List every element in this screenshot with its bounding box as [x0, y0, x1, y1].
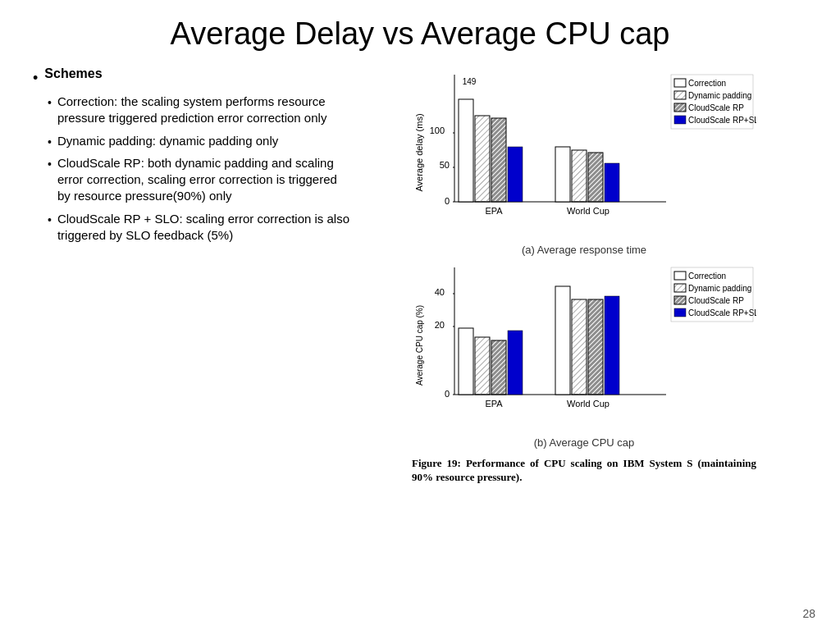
figure-caption: Figure 19: Performance of CPU scaling on… [412, 457, 756, 485]
right-panel: 0 50 100 Average delay (ms) 149 [361, 66, 807, 485]
svg-rect-17 [605, 163, 619, 202]
svg-text:EPA: EPA [485, 399, 503, 409]
svg-text:EPA: EPA [485, 206, 503, 216]
svg-rect-47 [508, 331, 523, 395]
svg-rect-15 [572, 150, 587, 202]
svg-rect-48 [555, 286, 570, 395]
svg-rect-14 [555, 147, 570, 202]
svg-text:World Cup: World Cup [567, 399, 609, 409]
svg-rect-12 [491, 118, 506, 202]
slide-title: Average Delay vs Average CPU cap [33, 16, 807, 52]
svg-text:0: 0 [445, 389, 450, 399]
list-item: • CloudScale RP: both dynamic padding an… [48, 155, 353, 205]
list-item: • Dynamic padding: dynamic padding only [48, 133, 353, 149]
svg-text:CloudScale RP: CloudScale RP [688, 103, 744, 112]
left-panel: • Schemes • Correction: the scaling syst… [33, 66, 353, 249]
svg-rect-22 [674, 91, 686, 99]
bullet-dot-2b: • [48, 135, 52, 148]
schemes-label: Schemes [44, 66, 102, 81]
svg-text:CloudScale RP: CloudScale RP [688, 296, 744, 305]
svg-text:149: 149 [463, 77, 477, 86]
svg-rect-20 [674, 79, 686, 87]
schemes-heading: • Schemes [33, 66, 353, 87]
bullet-cloudscale-rp: CloudScale RP: both dynamic padding and … [57, 155, 353, 205]
list-item: • CloudScale RP + SLO: scaling error cor… [48, 211, 353, 244]
svg-rect-16 [588, 153, 603, 202]
svg-rect-54 [674, 272, 686, 280]
bullet-dot-2a: • [48, 96, 52, 109]
svg-text:Average delay (ms): Average delay (ms) [414, 113, 424, 191]
bullet-dot-2c: • [48, 158, 52, 171]
svg-rect-60 [674, 308, 686, 317]
svg-rect-46 [491, 340, 506, 395]
svg-rect-13 [508, 147, 523, 202]
page-number: 28 [802, 607, 815, 620]
svg-text:50: 50 [440, 160, 450, 170]
svg-rect-24 [674, 103, 686, 112]
bullet-dot-2d: • [48, 213, 52, 226]
svg-rect-49 [572, 299, 587, 395]
svg-rect-45 [475, 337, 490, 395]
svg-text:CloudScale RP+SLO: CloudScale RP+SLO [688, 116, 756, 125]
bullet-dynamic: Dynamic padding: dynamic padding only [57, 133, 278, 149]
chart-a-caption: (a) Average response time [412, 244, 756, 256]
svg-rect-11 [475, 116, 490, 202]
svg-text:0: 0 [445, 196, 450, 206]
sub-bullets-list: • Correction: the scaling system perform… [48, 94, 353, 244]
svg-text:Correction: Correction [688, 79, 726, 88]
bullet-dot: • [33, 70, 38, 87]
svg-text:CloudScale RP+SLO: CloudScale RP+SLO [688, 308, 756, 317]
chart-a-svg: 0 50 100 Average delay (ms) 149 [412, 66, 756, 239]
bullet-correction: Correction: the scaling system performs … [57, 94, 353, 127]
chart-a-container: 0 50 100 Average delay (ms) 149 [412, 66, 756, 256]
svg-text:Correction: Correction [688, 272, 726, 281]
svg-text:Dynamic padding: Dynamic padding [688, 284, 751, 293]
svg-text:Average CPU cap (%): Average CPU cap (%) [415, 305, 424, 386]
chart-b-svg: 0 20 40 Average CPU cap (%) [412, 259, 756, 431]
svg-rect-58 [674, 296, 686, 304]
slide: Average Delay vs Average CPU cap • Schem… [0, 0, 840, 630]
svg-text:100: 100 [430, 126, 445, 135]
svg-rect-51 [605, 296, 619, 395]
svg-rect-26 [674, 116, 686, 124]
chart-b-caption: (b) Average CPU cap [412, 436, 756, 449]
chart-b-container: 0 20 40 Average CPU cap (%) [412, 259, 756, 449]
content-area: • Schemes • Correction: the scaling syst… [33, 66, 807, 485]
svg-text:40: 40 [435, 287, 445, 297]
svg-rect-50 [588, 299, 603, 395]
svg-text:World Cup: World Cup [567, 206, 609, 216]
list-item: • Correction: the scaling system perform… [48, 94, 353, 127]
svg-rect-44 [459, 328, 473, 395]
svg-rect-56 [674, 284, 686, 292]
svg-text:Dynamic padding: Dynamic padding [688, 91, 751, 100]
svg-rect-10 [459, 99, 473, 202]
svg-text:20: 20 [435, 320, 445, 330]
bullet-cloudscale-slo: CloudScale RP + SLO: scaling error corre… [57, 211, 353, 244]
